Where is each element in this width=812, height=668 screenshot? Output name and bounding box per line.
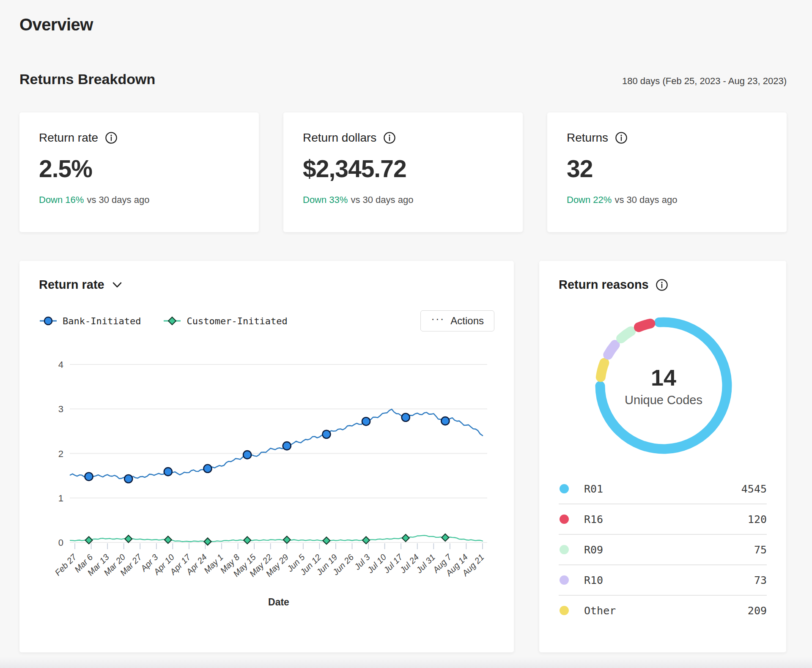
svg-text:Jul 10: Jul 10 <box>365 552 388 575</box>
reason-row-r10: R10 73 <box>559 565 767 596</box>
info-icon[interactable] <box>615 131 628 144</box>
r01-color-dot <box>560 484 569 493</box>
svg-text:Feb 27: Feb 27 <box>53 552 78 578</box>
reason-code: R10 <box>584 574 603 586</box>
r09-color-dot <box>560 545 569 554</box>
info-icon[interactable] <box>105 131 118 144</box>
r16-color-dot <box>560 515 569 524</box>
section-header: Returns Breakdown 180 days (Feb 25, 2023… <box>19 71 787 88</box>
kpi-label: Return rate <box>39 131 98 145</box>
kpi-delta-change: Down 16% <box>39 194 84 205</box>
unique-codes-label: Unique Codes <box>625 393 702 407</box>
reason-code: R01 <box>584 483 603 495</box>
other-color-dot <box>560 606 569 615</box>
chevron-down-icon <box>112 282 122 288</box>
kpi-row: Return rate 2.5% Down 16%vs 30 days ago … <box>19 112 787 232</box>
reason-count: 73 <box>754 574 767 586</box>
donut-chart-area: 14 Unique Codes <box>539 301 786 471</box>
kpi-delta: Down 16%vs 30 days ago <box>39 194 239 205</box>
kpi-label: Return dollars <box>303 131 376 145</box>
kpi-delta-suffix: vs 30 days ago <box>614 194 677 205</box>
chart-legend: Bank-Initiated Customer-Initiated ··· Ac… <box>19 310 514 331</box>
reason-code: Other <box>584 605 616 617</box>
kpi-value: 32 <box>567 155 767 183</box>
reason-count: 120 <box>748 513 767 526</box>
kpi-delta: Down 33%vs 30 days ago <box>303 194 503 205</box>
actions-button[interactable]: ··· Actions <box>420 310 494 331</box>
return-rate-line-chart: 01234Feb 27Mar 6Mar 13Mar 20Mar 27Apr 3A… <box>19 346 514 627</box>
kpi-card-return-dollars: Return dollars $2,345.72 Down 33%vs 30 d… <box>283 112 523 232</box>
return-reasons-list: R01 4545 R16 120 R09 75 R10 73 <box>559 474 767 625</box>
svg-text:1: 1 <box>58 493 63 504</box>
donut-center: 14 Unique Codes <box>625 364 702 407</box>
kpi-card-returns: Returns 32 Down 22%vs 30 days ago <box>547 112 787 232</box>
kpi-delta-suffix: vs 30 days ago <box>351 194 413 205</box>
svg-text:Jul 24: Jul 24 <box>398 552 421 575</box>
section-title: Returns Breakdown <box>19 71 155 88</box>
kpi-label: Returns <box>567 131 608 145</box>
legend-label: Customer-Initiated <box>187 316 287 326</box>
info-icon[interactable] <box>656 279 668 291</box>
returns-dashboard: Overview Returns Breakdown 180 days (Feb… <box>0 0 812 668</box>
kpi-delta: Down 22%vs 30 days ago <box>567 194 767 205</box>
chart-title: Return rate <box>39 278 104 292</box>
svg-text:Jul 31: Jul 31 <box>414 552 437 575</box>
reason-row-r01: R01 4545 <box>559 474 767 504</box>
reason-code: R09 <box>584 544 603 556</box>
page-title: Overview <box>19 15 93 34</box>
r10-color-dot <box>560 575 569 585</box>
reason-row-r09: R09 75 <box>559 535 767 565</box>
svg-text:2: 2 <box>58 449 63 459</box>
kpi-delta-change: Down 33% <box>303 194 348 205</box>
date-range-label: 180 days (Feb 25, 2023 - Aug 23, 2023) <box>622 76 787 87</box>
svg-text:0: 0 <box>58 537 63 548</box>
unique-codes-count: 14 <box>625 364 702 391</box>
kpi-card-return-rate: Return rate 2.5% Down 16%vs 30 days ago <box>19 112 259 232</box>
legend-item-customer-initiated[interactable]: Customer-Initiated <box>163 316 287 326</box>
reason-row-r16: R16 120 <box>559 504 767 535</box>
svg-text:Date: Date <box>268 597 289 608</box>
main-row: Return rate Bank-Initiated Custom <box>19 261 786 652</box>
line-diamond-marker-icon <box>163 316 181 326</box>
donut-title: Return reasons <box>559 278 649 292</box>
bottom-fade <box>0 657 812 668</box>
info-icon[interactable] <box>383 131 396 144</box>
kpi-value: 2.5% <box>39 155 239 183</box>
reason-count: 4545 <box>741 483 767 495</box>
kpi-value: $2,345.72 <box>303 155 503 183</box>
ellipsis-icon: ··· <box>431 317 444 321</box>
reason-count: 75 <box>754 544 767 556</box>
reason-row-other: Other 209 <box>559 596 767 625</box>
reason-count: 209 <box>748 605 767 617</box>
legend-label: Bank-Initiated <box>63 316 141 326</box>
return-rate-chart-card: Return rate Bank-Initiated Custom <box>19 261 514 652</box>
svg-text:4: 4 <box>58 359 63 370</box>
kpi-delta-change: Down 22% <box>567 194 612 205</box>
line-circle-marker-icon <box>39 316 58 326</box>
kpi-delta-suffix: vs 30 days ago <box>87 194 149 205</box>
return-reasons-card: Return reasons 14 Unique Codes R01 4545 <box>539 261 786 652</box>
reason-code: R16 <box>584 513 603 526</box>
chart-title-dropdown[interactable]: Return rate <box>19 278 514 292</box>
actions-button-label: Actions <box>450 315 484 327</box>
legend-item-bank-initiated[interactable]: Bank-Initiated <box>39 316 141 326</box>
svg-text:3: 3 <box>58 404 63 414</box>
